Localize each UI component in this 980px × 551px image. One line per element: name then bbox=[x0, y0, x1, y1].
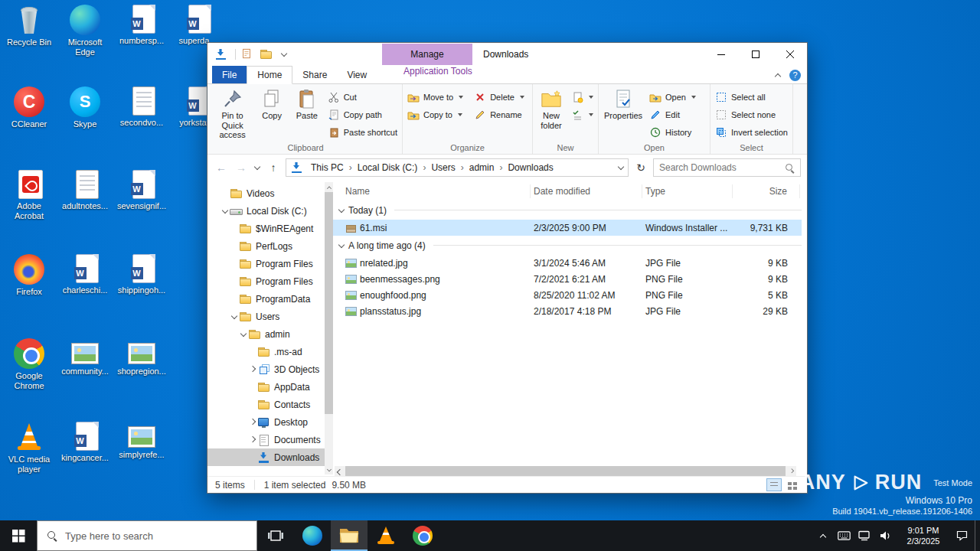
file-row-beenmessages-png[interactable]: beenmessages.png7/2/2021 6:21 AMPNG File… bbox=[333, 271, 802, 287]
breadcrumb-separator[interactable]: › bbox=[499, 162, 502, 173]
expander-icon[interactable] bbox=[249, 419, 256, 426]
close-button[interactable] bbox=[773, 43, 807, 66]
details-view-button[interactable] bbox=[766, 478, 782, 491]
scroll-left-icon[interactable] bbox=[335, 466, 345, 476]
file-row-nrelated-jpg[interactable]: nrelated.jpg3/1/2024 5:46 AMJPG File9 KB bbox=[333, 255, 802, 271]
copy-to-button[interactable]: Copy to bbox=[405, 107, 466, 122]
desktop-icon-community[interactable]: community... bbox=[57, 338, 113, 377]
desktop-icon-skype[interactable]: Skype bbox=[57, 86, 113, 129]
tab-file[interactable]: File bbox=[212, 66, 247, 83]
breadcrumb-separator[interactable]: › bbox=[461, 162, 464, 173]
qat-properties-icon[interactable] bbox=[241, 48, 253, 60]
select-none-button[interactable]: Select none bbox=[713, 107, 790, 122]
tree-item-program-files[interactable]: Program Files bbox=[207, 272, 333, 290]
recent-locations-icon[interactable] bbox=[253, 164, 261, 171]
expander-icon[interactable] bbox=[249, 436, 256, 444]
select-all-button[interactable]: Select all bbox=[713, 90, 790, 105]
file-row-plansstatus-jpg[interactable]: plansstatus.jpg2/18/2017 4:18 PMJPG File… bbox=[333, 303, 802, 319]
scroll-right-icon[interactable] bbox=[786, 466, 796, 476]
desktop-icon-charleschi[interactable]: charleschi... bbox=[57, 254, 113, 295]
scroll-down-icon[interactable] bbox=[325, 465, 333, 474]
column-header-name[interactable]: Name bbox=[333, 184, 531, 198]
tab-share[interactable]: Share bbox=[292, 66, 337, 83]
action-center-icon[interactable] bbox=[954, 530, 969, 541]
desktop-icon-superda[interactable]: superda... bbox=[170, 5, 225, 46]
keyboard-icon[interactable] bbox=[836, 531, 851, 540]
tree-item-appdata[interactable]: AppData bbox=[207, 378, 333, 396]
help-icon[interactable] bbox=[789, 70, 801, 81]
show-desktop-button[interactable] bbox=[975, 520, 978, 551]
speaker-icon[interactable] bbox=[877, 530, 893, 541]
desktop-icon-adobe-acrobat[interactable]: Adobe Acrobat bbox=[2, 170, 57, 220]
maximize-button[interactable] bbox=[738, 43, 773, 66]
expander-icon[interactable] bbox=[240, 331, 247, 338]
pin-to-quick-access-button[interactable]: Pin to Quick access bbox=[211, 86, 253, 142]
breadcrumb-local-disk-c[interactable]: Local Disk (C:) bbox=[354, 162, 422, 173]
tree-item-videos[interactable]: Videos bbox=[207, 184, 333, 202]
properties-button[interactable]: Properties bbox=[601, 86, 645, 142]
network-icon[interactable] bbox=[857, 530, 872, 541]
taskbar-chrome-button[interactable] bbox=[404, 520, 441, 551]
address-bar[interactable]: This PC›Local Disk (C:)›Users›admin›Down… bbox=[286, 158, 629, 177]
new-item-button[interactable] bbox=[569, 90, 596, 105]
delete-button[interactable]: Delete bbox=[472, 90, 527, 105]
desktop-icon-simplyrefe[interactable]: simplyrefe... bbox=[114, 422, 169, 460]
desktop-icon-recycle-bin[interactable]: Recycle Bin bbox=[2, 5, 57, 47]
open-button[interactable]: Open bbox=[647, 90, 698, 105]
tree-scrollbar[interactable] bbox=[325, 182, 333, 474]
tree-item-admin[interactable]: admin bbox=[207, 325, 333, 343]
tree-item-programdata[interactable]: ProgramData bbox=[207, 290, 333, 308]
tree-item-program-files[interactable]: Program Files bbox=[207, 255, 333, 272]
breadcrumb-separator[interactable]: › bbox=[423, 162, 426, 173]
thumbnails-view-button[interactable] bbox=[784, 478, 799, 491]
copy-button[interactable]: Copy bbox=[255, 86, 289, 142]
scrollbar-thumb[interactable] bbox=[345, 466, 786, 476]
column-header-date-modified[interactable]: Date modified bbox=[531, 184, 642, 198]
desktop-icon-google-chrome[interactable]: Google Chrome bbox=[2, 338, 57, 390]
rename-button[interactable]: Rename bbox=[472, 107, 527, 122]
start-button[interactable] bbox=[0, 520, 37, 551]
edit-button[interactable]: Edit bbox=[647, 107, 698, 122]
tree-item-3d-objects[interactable]: 3D Objects bbox=[207, 360, 333, 378]
tree-item-contacts[interactable]: Contacts bbox=[207, 396, 333, 413]
manage-tab[interactable]: Manage bbox=[382, 44, 472, 65]
easy-access-button[interactable] bbox=[569, 107, 596, 122]
file-row-61-msi[interactable]: 61.msi2/3/2025 9:00 PMWindows Installer … bbox=[333, 220, 802, 236]
taskbar-file-explorer-button[interactable] bbox=[331, 520, 368, 551]
group-header-a-long-time-ago-4[interactable]: A long time ago (4) bbox=[333, 236, 802, 255]
tree-item-local-disk-c[interactable]: Local Disk (C:) bbox=[207, 202, 333, 220]
taskbar-clock[interactable]: 9:01 PM 2/3/2025 bbox=[898, 525, 949, 547]
new-folder-button[interactable]: New folder bbox=[535, 86, 567, 142]
scrollbar-thumb[interactable] bbox=[325, 192, 333, 414]
expander-icon[interactable] bbox=[249, 366, 256, 373]
desktop-icon-adultnotes[interactable]: adultnotes... bbox=[57, 170, 113, 211]
collapse-icon[interactable] bbox=[338, 207, 345, 214]
taskbar-search[interactable]: Type here to search bbox=[37, 520, 257, 551]
minimize-button[interactable] bbox=[704, 43, 738, 66]
tray-expand-button[interactable] bbox=[815, 532, 831, 540]
group-header-today-1[interactable]: Today (1) bbox=[333, 201, 802, 220]
invert-selection-button[interactable]: Invert selection bbox=[713, 125, 790, 140]
taskbar-vlc-button[interactable] bbox=[368, 520, 404, 551]
collapse-ribbon-icon[interactable] bbox=[774, 71, 782, 79]
tree-item-users[interactable]: Users bbox=[207, 308, 333, 325]
column-header-size[interactable]: Size bbox=[733, 184, 800, 198]
desktop-icon-shopregion[interactable]: shopregion... bbox=[114, 338, 169, 377]
cut-button[interactable]: Cut bbox=[325, 90, 400, 105]
qat-customize-icon[interactable] bbox=[280, 51, 288, 58]
copy-path-button[interactable]: Copy path bbox=[325, 107, 400, 122]
desktop-icon-vlc-media-player[interactable]: VLC media player bbox=[2, 422, 57, 474]
collapse-icon[interactable] bbox=[338, 242, 345, 249]
desktop-icon-microsoft-edge[interactable]: Microsoft Edge bbox=[57, 5, 113, 57]
desktop-icon-shippingoh[interactable]: shippingoh... bbox=[114, 254, 169, 295]
tree-item-documents[interactable]: Documents bbox=[207, 431, 333, 448]
search-box[interactable]: Search Downloads bbox=[653, 158, 801, 177]
horizontal-scrollbar[interactable] bbox=[335, 466, 796, 476]
column-header-type[interactable]: Type bbox=[642, 184, 733, 198]
tab-application-tools[interactable]: Application Tools bbox=[394, 66, 482, 77]
breadcrumb-separator[interactable]: › bbox=[349, 162, 352, 173]
tree-item-downloads[interactable]: Downloads bbox=[207, 448, 333, 466]
breadcrumb-admin[interactable]: admin bbox=[466, 162, 498, 173]
forward-button[interactable]: → bbox=[234, 161, 249, 174]
task-view-button[interactable] bbox=[257, 520, 294, 551]
